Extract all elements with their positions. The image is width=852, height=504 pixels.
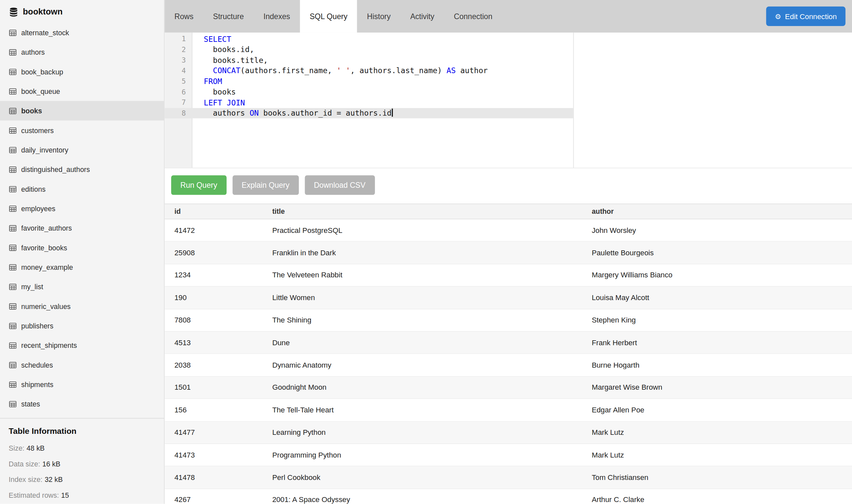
sidebar-table-item[interactable]: authors bbox=[0, 42, 164, 62]
sidebar-table-item[interactable]: distinguished_authors bbox=[0, 160, 164, 179]
table-row[interactable]: 4513 Dune Frank Herbert bbox=[164, 332, 852, 354]
sidebar-table-item[interactable]: book_backup bbox=[0, 62, 164, 82]
column-header[interactable]: title bbox=[262, 208, 583, 216]
editor-line: 5 FROM bbox=[164, 76, 573, 87]
cell-title: Perl Cookbook bbox=[262, 473, 583, 482]
table-row[interactable]: 25908 Franklin in the Dark Paulette Bour… bbox=[164, 242, 852, 264]
cell-id: 4513 bbox=[164, 339, 262, 347]
sidebar-table-item[interactable]: favorite_books bbox=[0, 238, 164, 257]
table-icon bbox=[8, 400, 17, 408]
cell-title: The Velveteen Rabbit bbox=[262, 271, 583, 280]
tab[interactable]: Activity bbox=[400, 0, 444, 33]
table-item-label: shipments bbox=[21, 380, 53, 389]
code-text: books.id, bbox=[192, 45, 254, 54]
code-text: authors ON books.author_id = authors.id bbox=[192, 109, 393, 117]
table-icon bbox=[8, 87, 17, 95]
results-body: 41472 Practical PostgreSQL John Worsley … bbox=[164, 219, 852, 504]
table-row[interactable]: 2038 Dynamic Anatomy Burne Hogarth bbox=[164, 354, 852, 377]
tab[interactable]: Rows bbox=[164, 0, 203, 33]
tab[interactable]: SQL Query bbox=[300, 0, 357, 33]
editor-line: 1 SELECT bbox=[164, 34, 573, 44]
table-row[interactable]: 1501 Goodnight Moon Margaret Wise Brown bbox=[164, 377, 852, 399]
action-button[interactable]: Run Query bbox=[171, 175, 227, 195]
cell-title: Programming Python bbox=[262, 451, 583, 459]
cell-title: Dune bbox=[262, 339, 583, 347]
sidebar: booktown alternate_stock bbox=[0, 0, 164, 504]
table-item-label: daily_inventory bbox=[21, 146, 68, 154]
sidebar-table-item[interactable]: daily_inventory bbox=[0, 140, 164, 159]
sidebar-table-item[interactable]: customers bbox=[0, 121, 164, 140]
table-row[interactable]: 41477 Learning Python Mark Lutz bbox=[164, 422, 852, 444]
cell-title: Practical PostgreSQL bbox=[262, 226, 583, 235]
sidebar-table-item[interactable]: schedules bbox=[0, 355, 164, 375]
cell-id: 1234 bbox=[164, 271, 262, 280]
sidebar-table-item[interactable]: favorite_authors bbox=[0, 218, 164, 237]
cell-title: 2001: A Space Odyssey bbox=[262, 496, 583, 504]
sidebar-table-item[interactable]: numeric_values bbox=[0, 296, 164, 316]
info-value: 32 kB bbox=[45, 476, 63, 484]
cell-id: 7808 bbox=[164, 316, 262, 324]
sidebar-table-item[interactable]: alternate_stock bbox=[0, 23, 164, 42]
cell-id: 1501 bbox=[164, 383, 262, 392]
table-row[interactable]: 1234 The Velveteen Rabbit Margery Willia… bbox=[164, 264, 852, 287]
table-icon bbox=[8, 380, 17, 389]
column-header[interactable]: id bbox=[164, 208, 262, 216]
table-icon bbox=[8, 224, 17, 232]
table-item-label: customers bbox=[21, 126, 54, 134]
tab[interactable]: Connection bbox=[444, 0, 502, 33]
cell-id: 25908 bbox=[164, 249, 262, 257]
table-row[interactable]: 7808 The Shining Stephen King bbox=[164, 309, 852, 332]
main-panel: Rows Structure Indexes SQL Query History… bbox=[164, 0, 852, 504]
code-text: books.title, bbox=[192, 56, 268, 64]
info-value: 16 kB bbox=[42, 460, 60, 468]
table-row[interactable]: 156 The Tell-Tale Heart Edgar Allen Poe bbox=[164, 399, 852, 421]
table-item-label: states bbox=[21, 400, 40, 408]
database-icon bbox=[8, 7, 18, 17]
table-row[interactable]: 41478 Perl Cookbook Tom Christiansen bbox=[164, 466, 852, 489]
query-actions: Run Query Explain Query Download CSV bbox=[164, 168, 852, 195]
table-icon bbox=[8, 244, 17, 252]
cell-title: Franklin in the Dark bbox=[262, 249, 583, 257]
table-icon bbox=[8, 302, 17, 310]
sidebar-table-item[interactable]: states bbox=[0, 394, 164, 413]
edit-connection-button[interactable]: ⚙︎ Edit Connection bbox=[766, 6, 846, 26]
database-header[interactable]: booktown bbox=[0, 0, 164, 22]
sidebar-table-item[interactable]: book_queue bbox=[0, 82, 164, 101]
sidebar-table-item[interactable]: editions bbox=[0, 179, 164, 199]
column-header[interactable]: author bbox=[583, 208, 852, 216]
sidebar-table-item[interactable]: my_list bbox=[0, 277, 164, 296]
cell-author: Louisa May Alcott bbox=[583, 293, 852, 302]
sidebar-table-item[interactable]: shipments bbox=[0, 375, 164, 394]
line-number: 6 bbox=[164, 88, 192, 96]
sidebar-table-item[interactable]: money_example bbox=[0, 257, 164, 277]
editor-line: 7 LEFT JOIN bbox=[164, 97, 573, 108]
cell-author: Arthur C. Clarke bbox=[583, 496, 852, 504]
tab[interactable]: Structure bbox=[203, 0, 254, 33]
cell-author: Frank Herbert bbox=[583, 339, 852, 347]
sidebar-table-item[interactable]: employees bbox=[0, 199, 164, 218]
table-icon bbox=[8, 126, 17, 134]
cell-author: Burne Hogarth bbox=[583, 361, 852, 369]
tab-bar: Rows Structure Indexes SQL Query History… bbox=[164, 0, 852, 33]
table-info-row: Data size:16 kB bbox=[8, 456, 155, 472]
tab[interactable]: History bbox=[357, 0, 400, 33]
table-information-panel: Table Information Size:48 kB Data size:1… bbox=[0, 418, 164, 503]
cell-id: 41478 bbox=[164, 473, 262, 482]
table-info-row: Index size:32 kB bbox=[8, 472, 155, 488]
tab[interactable]: Indexes bbox=[254, 0, 300, 33]
code-text: CONCAT(authors.first_name, ' ', authors.… bbox=[192, 66, 488, 75]
sql-editor[interactable]: 1 SELECT 2 books.id, 3 books.title, bbox=[164, 33, 574, 168]
table-row[interactable]: 4267 2001: A Space Odyssey Arthur C. Cla… bbox=[164, 489, 852, 504]
action-button[interactable]: Download CSV bbox=[305, 175, 375, 195]
table-row[interactable]: 190 Little Women Louisa May Alcott bbox=[164, 287, 852, 309]
sidebar-table-item[interactable]: books bbox=[0, 101, 164, 121]
sidebar-table-item[interactable]: publishers bbox=[0, 316, 164, 335]
sidebar-table-item[interactable]: recent_shipments bbox=[0, 335, 164, 355]
cell-author: Tom Christiansen bbox=[583, 473, 852, 482]
table-item-label: favorite_authors bbox=[21, 224, 72, 232]
action-button[interactable]: Explain Query bbox=[232, 175, 299, 195]
table-row[interactable]: 41473 Programming Python Mark Lutz bbox=[164, 444, 852, 466]
table-row[interactable]: 41472 Practical PostgreSQL John Worsley bbox=[164, 219, 852, 242]
table-list: alternate_stock authors bbox=[0, 22, 164, 418]
table-item-label: alternate_stock bbox=[21, 29, 69, 37]
